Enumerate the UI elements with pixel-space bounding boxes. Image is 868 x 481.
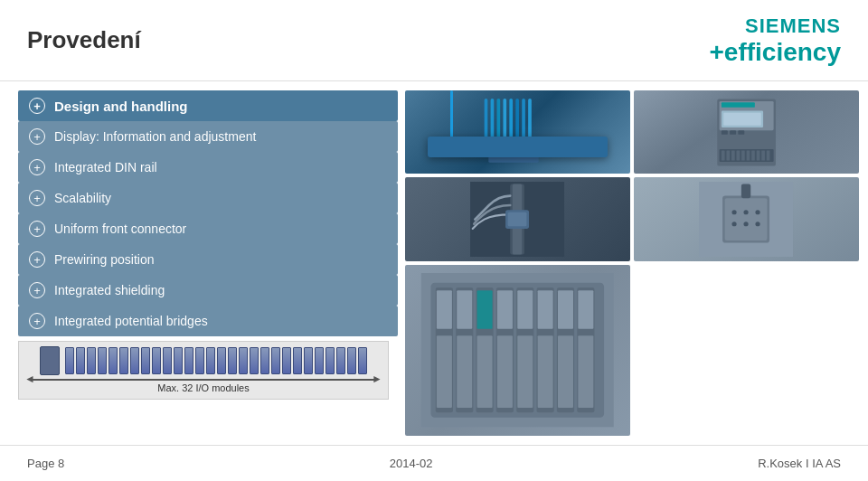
module-unit bbox=[206, 347, 215, 374]
module-units bbox=[40, 346, 367, 375]
module-unit bbox=[293, 347, 302, 374]
menu-item-label: Integrated potential bridges bbox=[54, 314, 208, 328]
module-svg bbox=[656, 95, 836, 170]
menu-item-front-connector[interactable]: +Uniform front connector bbox=[18, 213, 398, 244]
plus-icon: + bbox=[29, 313, 45, 329]
module-unit bbox=[217, 347, 226, 374]
menu-item-label: Scalability bbox=[54, 191, 111, 205]
menu-item-display[interactable]: +Display: Information and adjustment bbox=[18, 121, 398, 152]
svg-point-43 bbox=[756, 222, 760, 226]
module-rack-svg bbox=[410, 273, 625, 427]
svg-rect-69 bbox=[579, 290, 594, 329]
module-unit bbox=[304, 347, 313, 374]
module-unit bbox=[228, 347, 237, 374]
svg-rect-66 bbox=[558, 290, 573, 329]
svg-rect-18 bbox=[738, 130, 744, 135]
svg-rect-55 bbox=[477, 335, 493, 408]
svg-rect-54 bbox=[477, 290, 493, 329]
svg-rect-5 bbox=[515, 99, 519, 146]
svg-rect-8 bbox=[478, 145, 550, 152]
svg-rect-61 bbox=[517, 335, 533, 408]
arrow-line bbox=[32, 379, 375, 381]
modules-bar: Max. 32 I/O modules bbox=[18, 341, 389, 400]
module-unit bbox=[315, 347, 324, 374]
menu-item-din-rail[interactable]: +Integrated DIN rail bbox=[18, 152, 398, 183]
svg-rect-13 bbox=[722, 102, 755, 108]
svg-point-39 bbox=[744, 210, 749, 214]
logo-area: SIEMENS +efficiency bbox=[709, 14, 841, 67]
main-content: +Design and handling+Display: Informatio… bbox=[0, 81, 868, 445]
svg-rect-44 bbox=[741, 184, 750, 199]
plus-icon: + bbox=[29, 128, 45, 145]
module-unit bbox=[326, 347, 335, 374]
module-unit bbox=[108, 347, 118, 374]
svg-rect-52 bbox=[457, 335, 472, 408]
left-panel: +Design and handling+Display: Informatio… bbox=[0, 81, 398, 445]
svg-rect-6 bbox=[522, 99, 525, 141]
svg-rect-57 bbox=[497, 290, 513, 329]
plus-icon: + bbox=[29, 159, 45, 175]
module-unit bbox=[65, 347, 74, 374]
image-din-rail bbox=[405, 90, 630, 174]
image-cable-rack bbox=[405, 177, 630, 260]
rack-svg bbox=[416, 182, 618, 257]
svg-rect-0 bbox=[485, 99, 488, 140]
svg-rect-21 bbox=[726, 150, 730, 160]
menu-item-shielding[interactable]: +Integrated shielding bbox=[18, 275, 398, 306]
menu-item-scalability[interactable]: +Scalability bbox=[18, 183, 398, 213]
svg-rect-29 bbox=[767, 150, 770, 160]
module-unit bbox=[347, 347, 356, 374]
svg-rect-58 bbox=[497, 335, 513, 408]
svg-rect-23 bbox=[736, 150, 740, 160]
svg-rect-16 bbox=[722, 130, 728, 135]
plus-icon: + bbox=[29, 190, 45, 206]
module-unit bbox=[141, 347, 150, 374]
svg-rect-49 bbox=[437, 335, 452, 408]
svg-rect-2 bbox=[496, 99, 500, 138]
image-connector bbox=[634, 177, 859, 260]
menu-item-label: Display: Information and adjustment bbox=[54, 129, 256, 144]
module-base bbox=[40, 346, 60, 375]
footer-author: R.Kosek I IA AS bbox=[758, 457, 841, 470]
svg-rect-63 bbox=[538, 290, 553, 329]
svg-point-38 bbox=[732, 210, 737, 214]
svg-rect-34 bbox=[508, 212, 527, 227]
modules-label: Max. 32 I/O modules bbox=[157, 382, 250, 393]
svg-rect-4 bbox=[509, 99, 513, 140]
svg-rect-17 bbox=[730, 130, 736, 135]
svg-rect-3 bbox=[503, 99, 506, 144]
right-panel bbox=[398, 81, 868, 445]
svg-rect-27 bbox=[757, 150, 760, 160]
module-unit bbox=[260, 347, 269, 374]
svg-point-40 bbox=[756, 210, 760, 214]
menu-item-label: Uniform front connector bbox=[54, 222, 186, 236]
svg-rect-1 bbox=[490, 99, 494, 145]
menu-item-label: Prewiring position bbox=[54, 252, 155, 267]
plus-icon: + bbox=[29, 282, 45, 298]
svg-rect-9 bbox=[478, 152, 550, 156]
svg-rect-10 bbox=[488, 156, 538, 163]
menu-list: +Design and handling+Display: Informatio… bbox=[18, 90, 398, 336]
siemens-logo: SIEMENS bbox=[745, 14, 841, 38]
menu-item-label: Design and handling bbox=[54, 99, 188, 114]
svg-rect-20 bbox=[722, 150, 725, 160]
module-unit bbox=[98, 347, 107, 374]
svg-point-41 bbox=[732, 222, 737, 226]
plus-icon: + bbox=[29, 221, 45, 237]
svg-rect-26 bbox=[751, 150, 755, 160]
svg-rect-48 bbox=[437, 290, 452, 329]
svg-rect-15 bbox=[723, 112, 761, 125]
module-unit bbox=[76, 347, 85, 374]
module-unit bbox=[271, 347, 280, 374]
menu-item-design[interactable]: +Design and handling bbox=[18, 90, 398, 121]
menu-item-potential[interactable]: +Integrated potential bridges bbox=[18, 306, 398, 336]
module-unit bbox=[239, 347, 248, 374]
module-unit bbox=[119, 347, 128, 374]
header: Provedení SIEMENS +efficiency bbox=[0, 0, 868, 81]
svg-rect-24 bbox=[741, 150, 745, 160]
menu-item-prewiring[interactable]: +Prewiring position bbox=[18, 244, 398, 275]
module-visual bbox=[19, 346, 388, 375]
cable-decoration bbox=[450, 90, 453, 140]
svg-rect-60 bbox=[517, 290, 533, 329]
svg-rect-7 bbox=[528, 99, 532, 139]
